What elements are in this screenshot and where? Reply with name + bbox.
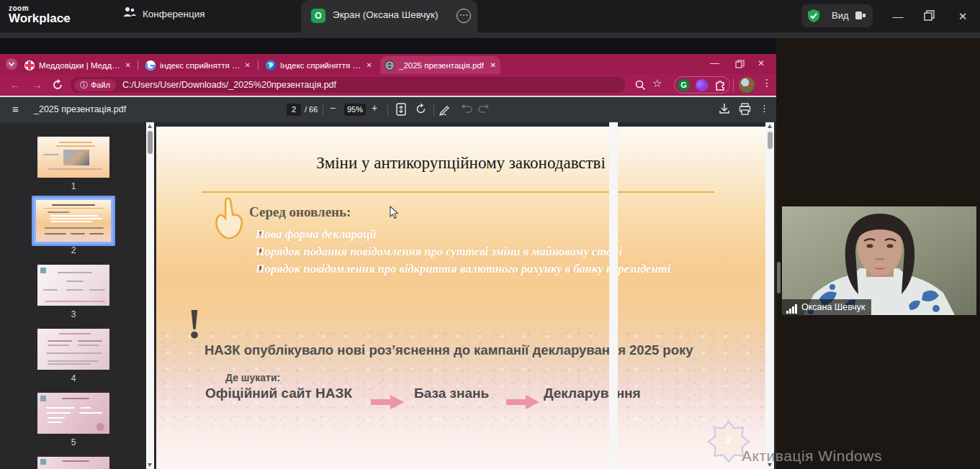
- thumbnail-label: 3: [37, 309, 109, 319]
- flow-arrow-icon: [371, 394, 404, 413]
- tab-title: Меддовідки | Меддовідки Тер: [39, 61, 121, 70]
- pdf-content-area: 1 2: [0, 122, 776, 469]
- google-favicon: [145, 60, 156, 70]
- flow-step-1: Офіційний сайт НАЗК: [205, 386, 352, 401]
- pdf-main-scrollbar[interactable]: [765, 122, 774, 469]
- screen: zoom Workplace Конференция O Экран (Окса…: [0, 0, 980, 469]
- browser-tab-3[interactable]: Індекс сприйняття корупції — ✕: [261, 56, 377, 74]
- sidebar-scrollbar[interactable]: [146, 122, 154, 469]
- slide-divider-line: [202, 191, 714, 193]
- pdf-toolbar: ≡ _2025 презентація.pdf 2 / 66 − 95% +: [0, 97, 776, 122]
- reload-icon[interactable]: [52, 79, 63, 94]
- participant-video-tile[interactable]: Оксана Шевчук: [782, 206, 976, 315]
- bookmark-star-icon[interactable]: ☆: [652, 77, 662, 90]
- toolbar-divider: [323, 104, 323, 116]
- pdf-thumbnail-sidebar: 1 2: [0, 122, 146, 469]
- rotate-icon[interactable]: [415, 103, 427, 118]
- tab-title: Індекс сприйняття корупції —: [280, 61, 362, 70]
- slide-bullet-3: Порядок повідомлення про відкриття валют…: [256, 260, 688, 277]
- zoom-close-button[interactable]: ✕: [952, 0, 974, 32]
- participant-avatar: O: [311, 9, 325, 23]
- pdf-more-icon[interactable]: ⋮: [760, 103, 769, 114]
- browser-tab-active-pdf[interactable]: _2025 презентація.pdf ✕: [380, 56, 500, 74]
- people-icon: [122, 6, 137, 22]
- slide-heading: Серед оновлень:: [249, 204, 351, 220]
- view-button[interactable]: Вид: [801, 4, 873, 27]
- forward-icon[interactable]: →: [32, 74, 42, 96]
- meddovidky-favicon: [24, 60, 35, 70]
- zoom-level-input[interactable]: 95%: [344, 104, 366, 116]
- redo-icon[interactable]: [478, 104, 490, 117]
- print-icon[interactable]: [739, 103, 751, 118]
- grammarly-extension-icon[interactable]: G: [678, 79, 690, 91]
- file-scheme-chip[interactable]: ⓘ Файл: [74, 79, 116, 91]
- slide-bullet-2: Порядок подання повідомлення про суттєві…: [256, 243, 709, 260]
- tab-screen-share[interactable]: O Экран (Оксана Шевчук) ⋯: [301, 0, 477, 32]
- fit-page-icon[interactable]: [396, 103, 406, 119]
- pdf-menu-icon[interactable]: ≡: [12, 103, 19, 115]
- browser-tab-2[interactable]: індекс сприйняття корупції в у ✕: [141, 56, 255, 74]
- tab-close-icon[interactable]: ✕: [490, 61, 496, 69]
- zoom-toolbar-strip: [0, 32, 980, 38]
- zoom-out-icon[interactable]: −: [330, 102, 336, 114]
- annotate-pen-icon[interactable]: [439, 103, 452, 119]
- security-shield-icon: [806, 9, 821, 26]
- hand-pointer-icon: [210, 196, 247, 243]
- exclamation-mark: !: [187, 299, 202, 349]
- browser-close-button[interactable]: ✕: [758, 54, 765, 73]
- layout-icon: [855, 10, 866, 24]
- conference-tab-label: Конференция: [143, 9, 205, 19]
- flow-step-2: База знань: [414, 386, 489, 401]
- zoom-page-icon[interactable]: [635, 80, 646, 94]
- file-chip-label: Файл: [91, 81, 110, 89]
- browser-tab-1[interactable]: Меддовідки | Меддовідки Тер ✕: [20, 56, 135, 74]
- pdf-filename: _2025 презентація.pdf: [34, 104, 126, 114]
- url-bar[interactable]: ⓘ Файл C:/Users/User/Downloads/_2025%20п…: [71, 77, 625, 93]
- thumbnail-label: 5: [37, 437, 109, 447]
- tab-title: індекс сприйняття корупції в у: [160, 61, 240, 70]
- tab-close-icon[interactable]: ✕: [367, 61, 372, 69]
- thumbnail-label: 4: [37, 373, 109, 383]
- browser-restore-button[interactable]: [735, 59, 745, 72]
- thumbnail-page-3[interactable]: [37, 265, 109, 306]
- tab-close-icon[interactable]: ✕: [125, 61, 131, 69]
- tab-conference[interactable]: Конференция: [122, 6, 205, 22]
- thumbnail-page-2[interactable]: [36, 200, 111, 242]
- pdf-main-scrollbar[interactable]: [609, 122, 618, 469]
- slide-bullet-1: Нова форма декларації: [256, 226, 709, 242]
- flow-step-3: Декларування: [544, 386, 641, 401]
- browser-menu-icon[interactable]: ⋮: [762, 77, 772, 88]
- toolbar-divider: [387, 104, 388, 116]
- back-icon[interactable]: ←: [10, 74, 21, 96]
- undo-icon[interactable]: [461, 104, 472, 117]
- tab-close-icon[interactable]: ✕: [245, 61, 251, 69]
- thumbnail-page-6[interactable]: [37, 457, 109, 469]
- where-to-look-label: Де шукати:: [225, 372, 280, 383]
- zoom-in-icon[interactable]: +: [372, 102, 377, 114]
- download-icon[interactable]: [719, 103, 730, 118]
- screen-tab-more-icon[interactable]: ⋯: [457, 9, 471, 23]
- tab-search-chevron-icon[interactable]: [6, 58, 17, 73]
- zoom-titlebar: zoom Workplace Конференция O Экран (Окса…: [0, 0, 980, 32]
- thumbnail-label: 1: [37, 181, 109, 191]
- browser-minimize-button[interactable]: —: [710, 54, 719, 73]
- pdf-page-canvas: Зміни у антикорупційному законодавстві С…: [156, 127, 765, 469]
- zoom-minimize-button[interactable]: —: [887, 0, 909, 32]
- page-number-input[interactable]: 2: [287, 104, 301, 116]
- puzzle-extensions-icon[interactable]: [714, 78, 727, 94]
- share-view-scrollbar[interactable]: [777, 262, 781, 293]
- windows-activation-watermark: Активація Windows: [742, 447, 882, 465]
- zoom-restore-button[interactable]: [924, 10, 935, 24]
- profile-avatar[interactable]: [739, 77, 755, 93]
- shared-screen-letterbox: [0, 38, 776, 54]
- url-text: C:/Users/User/Downloads/_2025%20презента…: [122, 80, 336, 90]
- extension-icon[interactable]: [696, 79, 708, 91]
- tab-title: _2025 презентація.pdf: [399, 61, 484, 70]
- thumbnail-page-5[interactable]: [37, 393, 109, 434]
- thumbnail-page-4[interactable]: [37, 329, 109, 370]
- slide-notice: НАЗК опублікувало нові роз’яснення до ка…: [204, 342, 752, 358]
- pdf-favicon: [385, 60, 395, 70]
- info-icon: ⓘ: [80, 80, 88, 91]
- workspace-chevron-down-icon[interactable]: [60, 12, 71, 25]
- thumbnail-page-1[interactable]: [37, 137, 109, 178]
